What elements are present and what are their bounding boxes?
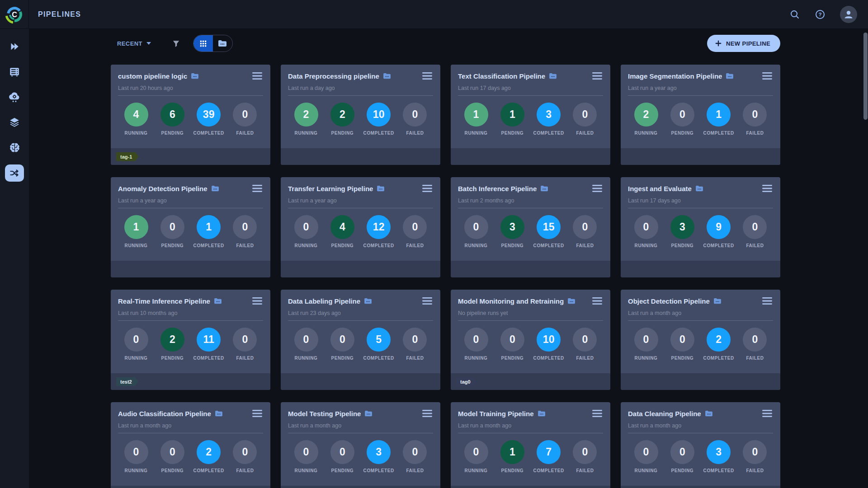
- pipeline-last-run: Last run 10 months ago: [118, 310, 263, 316]
- stat-label: RUNNING: [635, 243, 658, 248]
- pipeline-card[interactable]: Audio Classification Pipeline Last run a…: [111, 402, 270, 488]
- card-menu-button[interactable]: [591, 408, 603, 418]
- pipeline-card[interactable]: Text Classification Pipeline Last run 17…: [451, 65, 610, 165]
- pipeline-card[interactable]: Transfer Learning Pipeline Last run a ye…: [281, 177, 440, 277]
- card-footer: [451, 148, 610, 165]
- stat-label: RUNNING: [295, 243, 318, 248]
- card-footer: [621, 261, 780, 277]
- pipeline-last-run: Last run 23 days ago: [288, 310, 433, 316]
- stat-label: FAILED: [406, 131, 424, 136]
- card-header: Anomaly Detection Pipeline: [118, 183, 263, 193]
- app-logo[interactable]: C: [0, 0, 29, 29]
- card-menu-button[interactable]: [761, 408, 773, 418]
- card-menu-button[interactable]: [251, 408, 263, 418]
- stat: 2 RUNNING: [290, 103, 322, 136]
- card-menu-button[interactable]: [761, 183, 773, 193]
- pipeline-title: Anomaly Detection Pipeline: [118, 185, 208, 192]
- tag-chip[interactable]: test2: [116, 377, 138, 386]
- pipeline-title: Model Testing Pipeline: [288, 410, 361, 418]
- help-button[interactable]: ?: [815, 9, 826, 20]
- pipeline-card[interactable]: custom pipeline logic Last run 20 hours …: [111, 65, 270, 165]
- tag-chip[interactable]: tag-1: [116, 152, 138, 161]
- card-footer: [281, 148, 440, 165]
- stat-label: RUNNING: [635, 468, 658, 473]
- pipeline-last-run: Last run a year ago: [628, 85, 773, 91]
- stat-count: 0: [573, 103, 597, 127]
- card-footer: [621, 486, 780, 488]
- projects-view-button[interactable]: [213, 35, 232, 52]
- stat: 12 COMPLETED: [363, 215, 395, 248]
- card-menu-button[interactable]: [251, 183, 263, 193]
- card-menu-button[interactable]: [421, 296, 433, 306]
- stat-label: RUNNING: [465, 131, 488, 136]
- card-menu-button[interactable]: [251, 296, 263, 306]
- pipeline-card[interactable]: Data Labeling Pipeline Last run 23 days …: [281, 290, 440, 390]
- project-folder-icon: [695, 185, 703, 192]
- stat-count: 0: [634, 440, 658, 464]
- card-menu-button[interactable]: [421, 71, 433, 81]
- hamburger-menu-icon: [762, 184, 772, 192]
- pipeline-card[interactable]: Data Cleaning Pipeline Last run a month …: [621, 402, 780, 488]
- pipeline-card[interactable]: Anomaly Detection Pipeline Last run a ye…: [111, 177, 270, 277]
- pipelines-route-icon: [9, 168, 20, 178]
- card-menu-button[interactable]: [421, 408, 433, 418]
- card-menu-button[interactable]: [591, 296, 603, 306]
- card-menu-button[interactable]: [591, 183, 603, 193]
- vertical-scrollbar[interactable]: [863, 33, 868, 120]
- stats-row: 1 RUNNING 1 PENDING 3 COMPLETED 0 FAILED: [458, 103, 603, 136]
- pipeline-card[interactable]: Model Testing Pipeline Last run a month …: [281, 402, 440, 488]
- pipeline-card[interactable]: Data Preprocessing pipeline Last run a d…: [281, 65, 440, 165]
- stat: 0 PENDING: [666, 440, 698, 473]
- pipeline-last-run: Last run 17 days ago: [628, 197, 773, 204]
- filter-button[interactable]: [172, 39, 180, 48]
- stat-label: RUNNING: [295, 131, 318, 136]
- pipeline-card[interactable]: Batch Inference Pipeline Last run 2 mont…: [451, 177, 610, 277]
- grid-view-button[interactable]: [193, 35, 213, 52]
- stat-count: 0: [403, 328, 427, 352]
- user-avatar[interactable]: [840, 6, 857, 23]
- sort-dropdown[interactable]: RECENT: [117, 40, 151, 47]
- tag-chip[interactable]: tag0: [456, 377, 477, 386]
- pipeline-card[interactable]: Model Monitoring and Retraining No pipel…: [451, 290, 610, 390]
- stat: 15 COMPLETED: [533, 215, 565, 248]
- stat: 11 COMPLETED: [193, 328, 225, 361]
- stat-count: 0: [294, 215, 318, 239]
- card-divider: [458, 95, 603, 96]
- sidebar-item-pipelines[interactable]: [5, 164, 24, 182]
- stat-label: PENDING: [501, 131, 524, 136]
- stat: 10 COMPLETED: [363, 103, 395, 136]
- pipeline-title: Data Preprocessing pipeline: [288, 72, 379, 80]
- stat-label: FAILED: [406, 468, 424, 473]
- pipeline-card[interactable]: Model Training Pipeline Last run a month…: [451, 402, 610, 488]
- card-header: Real-Time Inference Pipeline: [118, 296, 263, 306]
- card-menu-button[interactable]: [761, 296, 773, 306]
- sidebar-item-autoscalers[interactable]: [5, 89, 24, 106]
- stat-count: 0: [233, 103, 257, 127]
- card-menu-button[interactable]: [421, 183, 433, 193]
- card-header: Object Detection Pipeline: [628, 296, 773, 306]
- stat: 0 FAILED: [399, 440, 431, 473]
- search-button[interactable]: [789, 9, 800, 20]
- stat-count: 2: [197, 440, 221, 464]
- sidebar-item-models[interactable]: [5, 139, 24, 156]
- sidebar-item-experiments[interactable]: [5, 38, 24, 55]
- card-footer: [621, 148, 780, 165]
- datasets-layers-icon: [9, 117, 20, 128]
- stats-row: 0 RUNNING 4 PENDING 12 COMPLETED 0 FAILE…: [288, 215, 433, 248]
- stat-label: PENDING: [161, 131, 184, 136]
- card-menu-button[interactable]: [761, 71, 773, 81]
- project-folder-icon: [705, 410, 713, 417]
- sidebar-item-workers[interactable]: [5, 63, 24, 80]
- pipeline-card[interactable]: Image Segmentation Pipeline Last run a y…: [621, 65, 780, 165]
- new-pipeline-button[interactable]: NEW PIPELINE: [707, 35, 780, 52]
- hamburger-menu-icon: [422, 184, 432, 192]
- card-footer: [281, 261, 440, 277]
- stat-label: COMPLETED: [363, 243, 394, 248]
- pipeline-card[interactable]: Object Detection Pipeline Last run a mon…: [621, 290, 780, 390]
- sidebar-item-datasets[interactable]: [5, 114, 24, 131]
- pipeline-card[interactable]: Ingest and Evaluate Last run 17 days ago…: [621, 177, 780, 277]
- stat-count: 0: [160, 440, 184, 464]
- card-menu-button[interactable]: [251, 71, 263, 81]
- card-menu-button[interactable]: [591, 71, 603, 81]
- pipeline-card[interactable]: Real-Time Inference Pipeline Last run 10…: [111, 290, 270, 390]
